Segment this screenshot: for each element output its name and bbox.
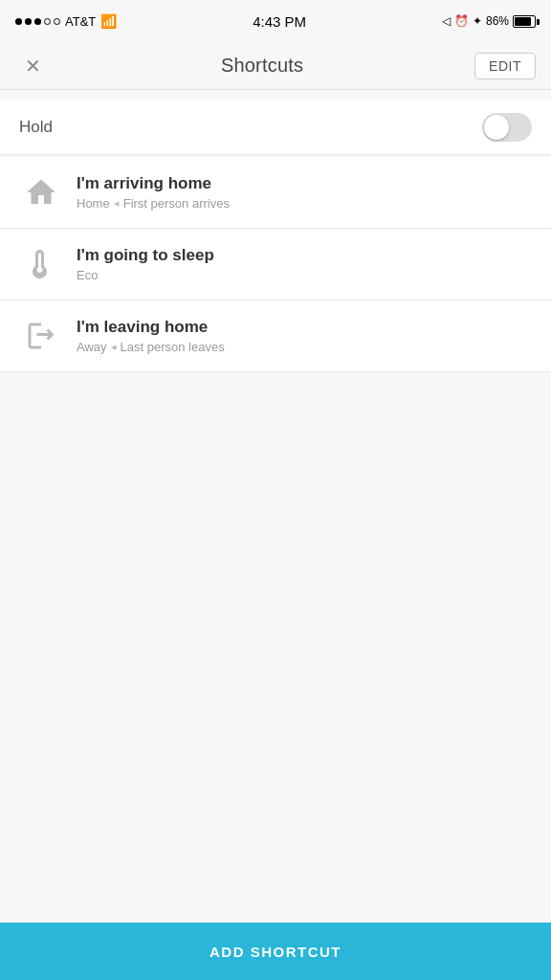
shortcut-subtitle-sleep: Eco (77, 268, 532, 282)
edit-button[interactable]: EDIT (474, 53, 536, 79)
mode-label-leaving: Away (77, 340, 107, 354)
close-icon: ✕ (25, 55, 41, 78)
sleep-icon (19, 242, 63, 286)
shortcut-item-leaving-home[interactable]: I'm leaving home Away ◂ Last person leav… (0, 301, 551, 372)
status-right: ◁ ⏰ ✦ 86% (442, 14, 536, 28)
leaving-svg (24, 319, 58, 353)
shortcut-title: I'm arriving home (77, 174, 532, 193)
add-shortcut-label: ADD SHORTCUT (209, 944, 342, 960)
shortcut-title-leaving: I'm leaving home (77, 318, 532, 337)
shortcut-text-arriving: I'm arriving home Home ◂ First person ar… (77, 174, 532, 211)
battery-icon (513, 15, 536, 28)
nav-bar: ✕ Shortcuts EDIT (0, 42, 551, 90)
dot4 (44, 18, 51, 25)
status-time: 4:43 PM (253, 13, 306, 30)
shortcut-subtitle: Home ◂ First person arrives (77, 196, 532, 211)
wifi-icon: 📶 (100, 13, 117, 29)
shortcuts-list: I'm arriving home Home ◂ First person ar… (0, 157, 551, 372)
page-title: Shortcuts (221, 55, 303, 77)
location-icon: ◁ (442, 14, 451, 28)
mode-label: Home (77, 196, 110, 211)
status-bar: AT&T 📶 4:43 PM ◁ ⏰ ✦ 86% (0, 0, 551, 42)
home-icon (19, 170, 63, 214)
dot2 (25, 18, 32, 25)
location-arrow-icon: ◂ (114, 197, 120, 210)
dot1 (15, 18, 22, 25)
sleep-svg (24, 247, 58, 281)
dot3 (34, 18, 41, 25)
alarm-icon: ⏰ (454, 14, 469, 28)
shortcut-text-sleep: I'm going to sleep Eco (77, 246, 532, 282)
add-shortcut-button[interactable]: ADD SHORTCUT (0, 923, 551, 980)
carrier-label: AT&T (65, 14, 96, 29)
hold-row: Hold (0, 100, 551, 155)
shortcut-item-going-to-sleep[interactable]: I'm going to sleep Eco (0, 229, 551, 301)
home-svg (24, 175, 58, 210)
dot5 (54, 18, 60, 25)
signal-dots (15, 18, 60, 25)
close-button[interactable]: ✕ (15, 49, 50, 83)
mode-label-sleep: Eco (77, 268, 98, 282)
shortcut-subtitle-leaving: Away ◂ Last person leaves (77, 340, 532, 354)
hold-label: Hold (19, 118, 53, 137)
trigger-label: First person arrives (123, 196, 230, 211)
leaving-icon (19, 314, 63, 358)
shortcut-title-sleep: I'm going to sleep (77, 246, 532, 265)
location-arrow-icon-leaving: ◂ (111, 341, 117, 353)
bluetooth-icon: ✦ (473, 14, 482, 28)
shortcut-text-leaving: I'm leaving home Away ◂ Last person leav… (77, 318, 532, 354)
shortcut-item-arriving-home[interactable]: I'm arriving home Home ◂ First person ar… (0, 157, 551, 229)
status-left: AT&T 📶 (15, 13, 117, 29)
battery-label: 86% (486, 14, 509, 28)
hold-toggle[interactable] (482, 113, 532, 142)
trigger-label-leaving: Last person leaves (121, 340, 225, 354)
toggle-knob (484, 115, 509, 140)
